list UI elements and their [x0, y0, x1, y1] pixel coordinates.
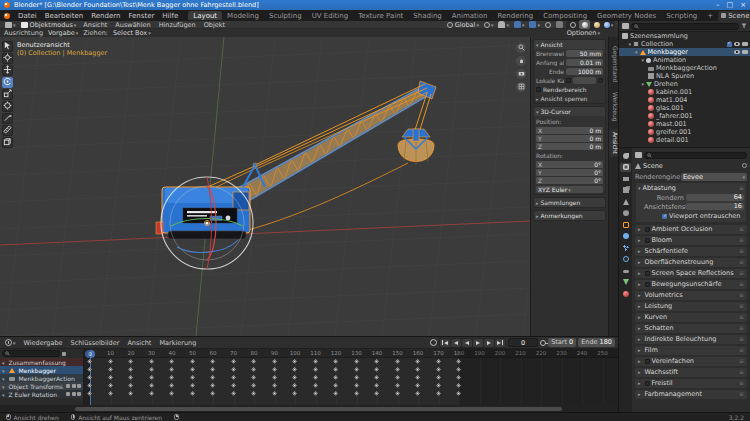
disclosure-icon[interactable]	[638, 335, 643, 343]
panel-header[interactable]: Sammlungen	[534, 198, 605, 207]
tool-move[interactable]	[2, 65, 13, 76]
keyframe[interactable]	[108, 368, 113, 373]
section-kurven[interactable]: Kurven	[635, 313, 747, 323]
workspace-tab-sculpting[interactable]: Sculpting	[264, 11, 307, 20]
keyframe[interactable]	[313, 360, 318, 365]
tool-cursor[interactable]	[2, 53, 13, 64]
menu-datei[interactable]: Datei	[14, 12, 41, 20]
properties-tab-physics[interactable]	[620, 255, 631, 264]
section-film[interactable]: Film	[635, 346, 747, 356]
timeline-menu-ansicht[interactable]: Ansicht	[123, 339, 155, 347]
filter-funnel-icon[interactable]	[741, 23, 747, 29]
keyframe[interactable]	[231, 392, 236, 397]
cursor-rotation-y[interactable]: Y0°	[536, 169, 603, 176]
keyframe[interactable]	[436, 360, 441, 365]
keyframe[interactable]	[272, 360, 277, 365]
blender-menu-icon[interactable]	[4, 13, 10, 19]
timeline-editor-type-button[interactable]	[3, 339, 18, 346]
disclosure-icon[interactable]	[638, 346, 643, 354]
properties-tab-object[interactable]	[620, 220, 631, 229]
keyframe[interactable]	[272, 384, 277, 389]
menu-hilfe[interactable]: Hilfe	[158, 12, 182, 20]
nav-ortho-button[interactable]	[516, 82, 526, 92]
camera-icon[interactable]	[742, 42, 748, 46]
outliner-row-collection[interactable]: Collection	[619, 40, 750, 48]
local-camera-checkbox[interactable]	[566, 78, 571, 83]
shading-solid-button[interactable]	[579, 20, 590, 29]
menu-bearbeiten[interactable]: Bearbeiten	[41, 12, 87, 20]
eye-icon[interactable]	[734, 50, 740, 54]
cursor-position-z[interactable]: Z0 m	[536, 143, 603, 150]
maximize-button[interactable]: □	[727, 0, 734, 10]
play-reverse-button[interactable]	[462, 339, 472, 347]
workspace-tab-shading[interactable]: Shading	[408, 11, 446, 20]
properties-tab-particles[interactable]	[620, 243, 631, 252]
outliner-row-nla-spuren[interactable]: NLA Spuren	[619, 72, 750, 80]
shading-material-button[interactable]	[591, 20, 602, 29]
timeline-menu-markierung[interactable]: Markierung	[155, 339, 200, 347]
disclosure-icon[interactable]	[638, 258, 643, 266]
prev-keyframe-button[interactable]	[451, 339, 461, 347]
eyedropper-icon[interactable]	[598, 78, 603, 83]
speaker-icon[interactable]	[66, 384, 70, 388]
outliner-row-detail-001[interactable]: detail.001	[619, 136, 750, 144]
keyframe[interactable]	[231, 384, 236, 389]
section-wachsstift[interactable]: Wachsstift	[635, 368, 747, 378]
close-button[interactable]: ×	[740, 0, 746, 10]
disclosure-icon[interactable]	[638, 269, 643, 277]
section-farbmanagement[interactable]: Farbmanagement	[635, 390, 747, 400]
options-dropdown[interactable]: Optionen	[565, 29, 602, 37]
pin-icon[interactable]	[742, 163, 747, 168]
section-vereinfachen[interactable]: Vereinfachen	[635, 357, 747, 367]
tool-measure[interactable]	[2, 125, 13, 136]
menu-rendern[interactable]: Rendern	[87, 12, 124, 20]
workspace-tab-rendering[interactable]: Rendering	[492, 11, 538, 20]
current-frame-field[interactable]: 0	[508, 338, 538, 347]
scrollbar-thumb[interactable]	[75, 407, 562, 411]
outliner-row-mast-001[interactable]: mast.001	[619, 120, 750, 128]
outliner-row-menkbagger[interactable]: Menkbagger	[619, 48, 750, 56]
outliner-row-menkbaggeraction[interactable]: MenkbaggerAction	[619, 64, 750, 72]
engine-dropdown[interactable]: Eevee	[681, 173, 747, 181]
tool-rotate[interactable]	[2, 77, 13, 88]
keyframe[interactable]	[354, 376, 359, 381]
panel-header[interactable]: Anmerkungen	[534, 211, 605, 220]
properties-tab-scene[interactable]	[620, 197, 631, 206]
nav-camera-button[interactable]	[516, 69, 526, 79]
cursor-panel-header[interactable]: 3D-Cursor	[534, 107, 605, 116]
keyframe[interactable]	[354, 384, 359, 389]
keyframe[interactable]	[395, 368, 400, 373]
disclosure-icon[interactable]	[2, 375, 7, 382]
outliner-row-glas-001[interactable]: glas.001	[619, 104, 750, 112]
frame-start-field[interactable]: Start0	[548, 338, 576, 347]
keyframe[interactable]	[190, 376, 195, 381]
section-bloom[interactable]: Bloom	[635, 236, 747, 246]
checkbox-icon[interactable]	[727, 42, 732, 47]
camera-icon[interactable]	[742, 50, 748, 54]
disclosure-icon[interactable]	[638, 390, 643, 398]
workspace-tab-modeling[interactable]: Modeling	[222, 11, 264, 20]
tool-select-box[interactable]	[2, 41, 13, 52]
disclosure-icon[interactable]	[2, 383, 7, 390]
keyframe[interactable]	[190, 384, 195, 389]
field-value[interactable]: 0.01 m	[566, 59, 603, 66]
view-panel-header[interactable]: Ansicht	[534, 40, 605, 49]
keyframe[interactable]	[231, 376, 236, 381]
keyframe[interactable]	[436, 384, 441, 389]
auto-keying-button[interactable]	[430, 339, 437, 346]
channel-menkbagger[interactable]: Menkbagger	[0, 366, 83, 374]
keyframe[interactable]	[395, 392, 400, 397]
frame-end-field[interactable]: Ende180	[578, 338, 615, 347]
dope-sheet[interactable]: 0102030405060708090100110120130140150160…	[84, 349, 618, 405]
properties-tab-constraints[interactable]	[620, 266, 631, 275]
section-checkbox[interactable]	[645, 238, 650, 243]
section-checkbox[interactable]	[645, 271, 650, 276]
outliner-row-drehen[interactable]: Drehen	[619, 80, 750, 88]
section-schatten[interactable]: Schatten	[635, 324, 747, 334]
section-checkbox[interactable]	[645, 359, 650, 364]
keyframe[interactable]	[149, 376, 154, 381]
tool-add-cube[interactable]	[2, 137, 13, 148]
section-indirekte-beleuchtung[interactable]: Indirekte Beleuchtung	[635, 335, 747, 345]
disclosure-icon[interactable]	[638, 280, 643, 288]
keyframe[interactable]	[272, 376, 277, 381]
